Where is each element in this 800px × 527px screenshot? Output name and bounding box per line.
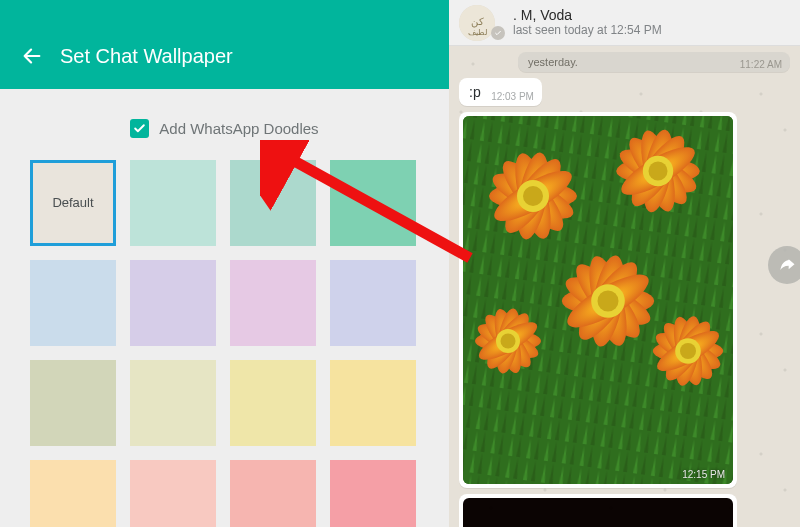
wallpaper-swatch[interactable] — [30, 460, 116, 527]
chat-body[interactable]: yesterday. 11:22 AM :p 12:03 PM — [449, 46, 800, 527]
wallpaper-settings-pane: Set Chat Wallpaper Add WhatsApp Doodles … — [0, 0, 449, 527]
verified-icon — [491, 26, 505, 40]
svg-point-14 — [523, 186, 543, 206]
page-title: Set Chat Wallpaper — [60, 45, 233, 68]
doodles-toggle-row[interactable]: Add WhatsApp Doodles — [0, 89, 449, 160]
svg-text:لطيف: لطيف — [468, 28, 487, 37]
contact-name: . M, Voda — [513, 8, 662, 23]
wallpaper-swatch[interactable] — [130, 260, 216, 346]
wallpaper-swatch[interactable] — [130, 460, 216, 527]
check-icon — [133, 122, 146, 135]
image-message-bubble[interactable] — [459, 494, 737, 527]
wallpaper-swatch[interactable] — [330, 360, 416, 446]
message-bubble[interactable]: :p 12:03 PM — [459, 78, 542, 106]
wallpaper-swatch[interactable] — [30, 260, 116, 346]
swatch-label: Default — [33, 163, 113, 243]
avatar[interactable]: كنلطيف — [459, 5, 495, 41]
wallpaper-swatch[interactable]: Default — [30, 160, 116, 246]
image-message-bubble[interactable]: 12:15 PM — [459, 112, 737, 488]
arrow-left-icon — [21, 45, 43, 67]
contact-status: last seen today at 12:54 PM — [513, 24, 662, 37]
forward-icon — [777, 255, 797, 275]
chat-header: كنلطيف . M, Voda last seen today at 12:5… — [449, 0, 800, 46]
wallpaper-swatch[interactable] — [230, 160, 316, 246]
wallpaper-swatch-grid: Default — [30, 160, 419, 527]
doodles-checkbox[interactable] — [130, 119, 149, 138]
message-time: 12:03 PM — [491, 91, 534, 102]
message-text: :p — [469, 84, 481, 100]
header: Set Chat Wallpaper — [0, 0, 449, 89]
wallpaper-swatch[interactable] — [230, 260, 316, 346]
message-text: yesterday. — [528, 56, 578, 68]
back-button[interactable] — [18, 42, 46, 70]
chat-preview-pane: كنلطيف . M, Voda last seen today at 12:5… — [449, 0, 800, 527]
message-bubble[interactable]: yesterday. 11:22 AM — [518, 52, 790, 72]
wallpaper-swatch[interactable] — [30, 360, 116, 446]
wallpaper-swatch[interactable] — [330, 260, 416, 346]
wallpaper-swatch[interactable] — [130, 160, 216, 246]
message-time: 12:15 PM — [682, 469, 725, 480]
svg-text:كن: كن — [471, 16, 484, 28]
message-photo[interactable]: 12:15 PM — [463, 116, 733, 484]
wallpaper-swatch[interactable] — [130, 360, 216, 446]
forward-button[interactable] — [768, 246, 800, 284]
wallpaper-swatch[interactable] — [230, 360, 316, 446]
wallpaper-swatch[interactable] — [330, 460, 416, 527]
message-photo[interactable] — [463, 498, 733, 527]
wallpaper-swatch[interactable] — [230, 460, 316, 527]
doodles-label: Add WhatsApp Doodles — [159, 120, 318, 137]
wallpaper-swatch[interactable] — [330, 160, 416, 246]
message-time: 11:22 AM — [740, 59, 782, 70]
